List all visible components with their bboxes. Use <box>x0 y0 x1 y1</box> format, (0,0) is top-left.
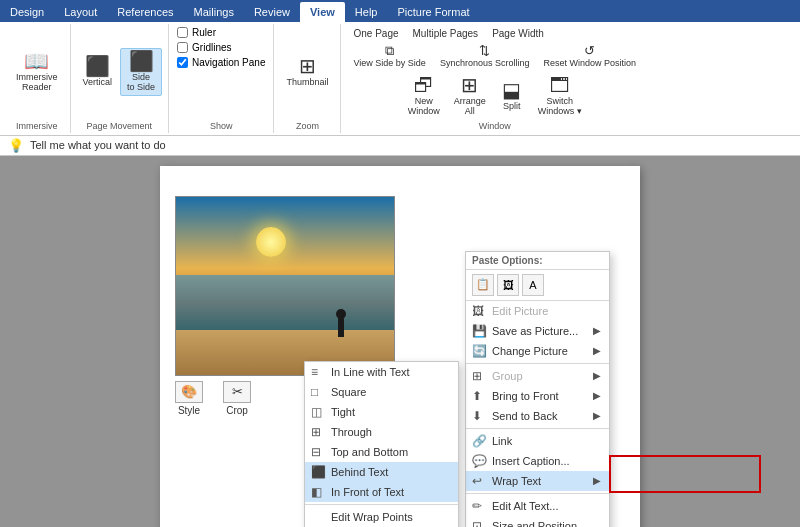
inline-label: In Line with Text <box>331 366 410 378</box>
submenu-behind-text[interactable]: ⬛ Behind Text <box>305 462 458 482</box>
save-as-picture-icon: 💾 <box>472 324 487 338</box>
ctx-sep-1 <box>466 363 609 364</box>
tell-me-text[interactable]: Tell me what you want to do <box>30 139 166 151</box>
sync-scrolling-button[interactable]: ⇅Synchronous Scrolling <box>434 42 536 71</box>
ctx-wrap-text[interactable]: ↩ Wrap Text ▶ <box>466 471 609 491</box>
new-window-label: NewWindow <box>408 97 440 117</box>
ctx-edit-picture[interactable]: 🖼 Edit Picture <box>466 301 609 321</box>
submenu-top-bottom[interactable]: ⊟ Top and Bottom <box>305 442 458 462</box>
tab-review[interactable]: Review <box>244 2 300 22</box>
submenu-sep-1 <box>305 504 458 505</box>
document-image[interactable] <box>175 196 395 376</box>
paste-options-label: Paste Options: <box>466 252 609 270</box>
side-to-side-button[interactable]: ⬛ Sideto Side <box>120 48 162 96</box>
vertical-button[interactable]: ⬛ Vertical <box>77 54 119 90</box>
submenu-edit-wrap[interactable]: Edit Wrap Points <box>305 507 458 527</box>
window-label: Window <box>479 119 511 131</box>
bring-to-front-icon: ⬆ <box>472 389 482 403</box>
change-picture-label: Change Picture <box>492 345 568 357</box>
person-decoration <box>338 317 344 337</box>
behind-text-icon: ⬛ <box>311 465 326 479</box>
crop-button[interactable]: ✂ Crop <box>223 381 251 416</box>
wrap-text-arrow: ▶ <box>593 475 601 486</box>
ctx-change-picture[interactable]: 🔄 Change Picture ▶ <box>466 341 609 361</box>
navigation-pane-label: Navigation Pane <box>192 57 265 68</box>
one-page-button[interactable]: One Page <box>347 26 404 41</box>
tab-layout[interactable]: Layout <box>54 2 107 22</box>
help-icon: 💡 <box>8 138 24 153</box>
submenu-in-front-of-text[interactable]: ◧ In Front of Text <box>305 482 458 502</box>
paste-icon-2[interactable]: 🖼 <box>497 274 519 296</box>
style-button[interactable]: 🎨 Style <box>175 381 203 416</box>
immersive-reader-label: ImmersiveReader <box>16 73 58 93</box>
style-icon: 🎨 <box>175 381 203 403</box>
sun-decoration <box>256 227 286 257</box>
ctx-send-to-back[interactable]: ⬇ Send to Back ▶ <box>466 406 609 426</box>
insert-caption-icon: 💬 <box>472 454 487 468</box>
thumbnail-button[interactable]: ⊞ Thumbnail <box>280 54 334 90</box>
switch-windows-icon: 🗔 <box>550 75 570 95</box>
immersive-reader-button[interactable]: 📖 ImmersiveReader <box>10 49 64 95</box>
edit-alt-text-label: Edit Alt Text... <box>492 500 558 512</box>
group-window: One Page Multiple Pages Page Width ⧉View… <box>341 24 648 133</box>
tab-mailings[interactable]: Mailings <box>184 2 244 22</box>
ctx-group[interactable]: ⊞ Group ▶ <box>466 366 609 386</box>
tight-icon: ◫ <box>311 405 322 419</box>
tab-help[interactable]: Help <box>345 2 388 22</box>
paste-icon-1[interactable]: 📋 <box>472 274 494 296</box>
reset-window-icon: ↺ <box>584 44 595 57</box>
immersive-group-label: Immersive <box>16 119 58 131</box>
view-side-by-side-icon: ⧉ <box>385 44 394 57</box>
thumbnail-label: Thumbnail <box>286 78 328 88</box>
ctx-size-and-position[interactable]: ⊡ Size and Position... <box>466 516 609 527</box>
submenu-tight[interactable]: ◫ Tight <box>305 402 458 422</box>
image-inner <box>176 197 394 375</box>
tab-design[interactable]: Design <box>0 2 54 22</box>
send-to-back-arrow: ▶ <box>593 410 601 421</box>
ctx-bring-to-front[interactable]: ⬆ Bring to Front ▶ <box>466 386 609 406</box>
switch-windows-button[interactable]: 🗔SwitchWindows ▾ <box>532 73 588 119</box>
zoom-label: Zoom <box>296 119 319 131</box>
tab-view[interactable]: View <box>300 2 345 22</box>
arrange-all-button[interactable]: ⊞ArrangeAll <box>448 73 492 119</box>
gridlines-checkbox[interactable]: Gridlines <box>175 41 233 54</box>
save-as-picture-label: Save as Picture... <box>492 325 578 337</box>
top-bottom-label: Top and Bottom <box>331 446 408 458</box>
submenu-inline[interactable]: ≡ In Line with Text <box>305 362 458 382</box>
in-front-icon: ◧ <box>311 485 322 499</box>
ruler-check[interactable] <box>177 27 188 38</box>
side-to-side-label: Sideto Side <box>127 73 155 93</box>
reset-window-button[interactable]: ↺Reset Window Position <box>537 42 642 71</box>
paste-icon-3[interactable]: A <box>522 274 544 296</box>
submenu-through[interactable]: ⊞ Through <box>305 422 458 442</box>
multiple-pages-button[interactable]: Multiple Pages <box>407 26 485 41</box>
ctx-save-as-picture[interactable]: 💾 Save as Picture... ▶ <box>466 321 609 341</box>
split-button[interactable]: ⬓Split <box>494 73 530 119</box>
ribbon-content: 📖 ImmersiveReader Immersive ⬛ Vertical ⬛… <box>0 22 800 136</box>
tab-picture-format[interactable]: Picture Format <box>387 2 479 22</box>
new-window-button[interactable]: 🗗NewWindow <box>402 73 446 119</box>
multiple-pages-label: Multiple Pages <box>413 28 479 39</box>
gridlines-check[interactable] <box>177 42 188 53</box>
ruler-checkbox[interactable]: Ruler <box>175 26 218 39</box>
navigation-pane-checkbox[interactable]: Navigation Pane <box>175 56 267 69</box>
ctx-link[interactable]: 🔗 Link <box>466 431 609 451</box>
one-page-label: One Page <box>353 28 398 39</box>
tab-references[interactable]: References <box>107 2 183 22</box>
page-width-button[interactable]: Page Width <box>486 26 550 41</box>
group-page-movement: ⬛ Vertical ⬛ Sideto Side Page Movement <box>71 24 170 133</box>
ctx-edit-alt-text[interactable]: ✏ Edit Alt Text... <box>466 496 609 516</box>
view-side-by-side-label: View Side by Side <box>353 59 425 69</box>
immersive-buttons: 📖 ImmersiveReader <box>10 26 64 119</box>
wrap-text-icon: ↩ <box>472 474 482 488</box>
group-immersive: 📖 ImmersiveReader Immersive <box>4 24 71 133</box>
view-side-by-side-button[interactable]: ⧉View Side by Side <box>347 42 431 71</box>
ctx-insert-caption[interactable]: 💬 Insert Caption... <box>466 451 609 471</box>
help-bar: 💡 Tell me what you want to do <box>0 136 800 156</box>
page-width-label: Page Width <box>492 28 544 39</box>
wrap-text-submenu: ≡ In Line with Text □ Square ◫ Tight ⊞ T… <box>304 361 459 527</box>
navigation-pane-check[interactable] <box>177 57 188 68</box>
submenu-square[interactable]: □ Square <box>305 382 458 402</box>
thumbnail-icon: ⊞ <box>299 56 316 76</box>
show-label: Show <box>210 119 233 131</box>
